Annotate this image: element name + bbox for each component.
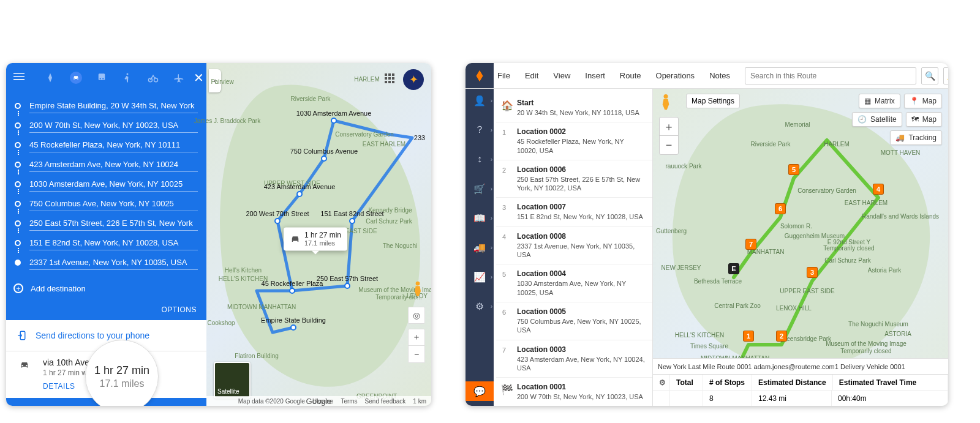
stop-row[interactable]: 7Location 0003423 Amsterdam Ave, New Yor… <box>496 340 652 378</box>
waypoint-row[interactable] <box>15 253 198 272</box>
map-poi-label: Randall's and Wards Islands <box>862 213 939 220</box>
map-poi-label: Astoria Park <box>868 267 901 274</box>
waypoint-input[interactable] <box>29 216 198 231</box>
stop-row[interactable]: 1Location 000245 Rockefeller Plaza, New … <box>496 122 652 160</box>
add-destination-link[interactable]: ＋ Add destination <box>6 272 206 301</box>
bike-icon[interactable] <box>147 72 159 84</box>
route-waypoint-dot <box>321 155 327 162</box>
zoom-in-button[interactable]: ＋ <box>408 329 425 346</box>
menu-view[interactable]: View <box>553 71 570 80</box>
hamburger-icon[interactable] <box>13 71 24 84</box>
close-icon[interactable]: ✕ <box>194 70 204 85</box>
rail-analytics-icon[interactable]: 📈 <box>466 269 494 285</box>
gear-icon[interactable]: ⚙ <box>653 375 670 390</box>
feedback-link[interactable]: Send feedback <box>365 398 406 405</box>
callout-time: 1 hr 27 min <box>304 231 341 239</box>
stop-list[interactable]: 🏠Start20 W 34th St, New York, NY 10118, … <box>494 89 653 406</box>
stop-row[interactable]: 6Location 0005750 Columbus Ave, New York… <box>496 302 652 340</box>
map-stop-marker[interactable]: 3 <box>807 267 818 278</box>
geolocate-icon[interactable]: ◎ <box>408 307 425 324</box>
gm-map[interactable]: ‹ ✦ FairviewHARLEMRiverside ParkConserva… <box>206 63 431 406</box>
route-waypoint-dot <box>296 191 303 197</box>
waypoint-row[interactable] <box>15 194 198 214</box>
plane-icon[interactable] <box>173 72 185 84</box>
waypoint-input[interactable] <box>29 138 198 152</box>
waypoint-input[interactable] <box>29 236 198 250</box>
waypoint-row[interactable] <box>15 96 198 116</box>
search-button[interactable]: 🔍 <box>921 67 938 84</box>
map-poi-label: rauuock Park <box>666 163 702 170</box>
waypoint-input[interactable] <box>29 99 198 113</box>
stop-row[interactable]: 🏠Start20 W 34th St, New York, NY 10118, … <box>496 94 652 122</box>
waypoint-row[interactable] <box>15 116 198 135</box>
map-poi-label: ASTORIA <box>884 331 911 337</box>
map-stop-marker[interactable]: 6 <box>775 203 786 214</box>
rail-add-user-icon[interactable]: 👤 <box>466 92 494 108</box>
menu-notes[interactable]: Notes <box>709 71 730 80</box>
rail-settings-user-icon[interactable]: ⚙ <box>466 298 494 314</box>
menu-file[interactable]: File <box>497 71 510 80</box>
waypoint-row[interactable] <box>15 233 198 253</box>
home-icon: 🏠 <box>501 100 513 111</box>
waypoint-row[interactable] <box>15 155 198 174</box>
route-waypoint-dot <box>331 118 337 124</box>
stop-row[interactable]: 2Location 0006250 East 57th Street, 226 … <box>496 160 652 198</box>
map-poi-label: Hell's Kitchen <box>225 267 262 274</box>
add-destination-label: Add destination <box>31 284 86 293</box>
rail-chat-icon[interactable]: 💬 <box>466 381 494 401</box>
map-stop-marker[interactable]: 7 <box>745 239 756 250</box>
rm-search-wrap: 🔍 🔔 ★ ⚡ <box>745 67 948 84</box>
map-stop-marker[interactable]: 2 <box>776 331 787 342</box>
map-poi-label: Times Square <box>690 343 728 350</box>
waypoint-input[interactable] <box>29 177 198 192</box>
route-waypoint-dot <box>289 288 295 294</box>
best-route-icon[interactable] <box>44 72 56 84</box>
rail-routes-icon[interactable]: ↕ <box>466 151 494 167</box>
zoom-out-button[interactable]: − <box>408 346 425 363</box>
pegman-icon[interactable] <box>412 281 424 298</box>
stop-number: 1 <box>502 129 506 136</box>
waypoint-row[interactable] <box>15 174 198 194</box>
car-icon[interactable] <box>70 72 82 84</box>
walk-icon[interactable] <box>121 72 134 84</box>
satellite-toggle[interactable]: Satellite <box>214 362 251 399</box>
stop-row[interactable]: 5Location 00041030 Amsterdam Ave, New Yo… <box>496 264 652 302</box>
map-poi-label: Carl Schurz Park <box>366 218 412 225</box>
waypoint-row[interactable] <box>15 214 198 233</box>
options-link[interactable]: OPTIONS <box>6 301 206 320</box>
scale-label: 1 km <box>413 398 426 405</box>
waypoint-list <box>6 92 206 272</box>
rm-logo[interactable] <box>466 63 494 88</box>
notifications-icon[interactable]: 🔔 <box>943 67 948 84</box>
rail-fleet-icon[interactable]: 🚚 <box>466 239 494 255</box>
menu-operations[interactable]: Operations <box>656 71 695 80</box>
map-stop-marker[interactable]: 1 <box>743 331 754 342</box>
waypoint-input[interactable] <box>29 255 198 270</box>
map-stop-marker[interactable]: 4 <box>873 184 884 195</box>
rail-cart-icon[interactable]: 🛒 <box>466 181 494 197</box>
map-stop-marker[interactable]: 5 <box>788 164 799 175</box>
waypoint-row[interactable] <box>15 135 198 155</box>
map-stop-marker[interactable]: E <box>728 263 739 274</box>
search-input[interactable] <box>745 67 916 84</box>
rail-addressbook-icon[interactable]: 📖 <box>466 210 494 226</box>
stop-row[interactable]: 4Location 00082337 1st Avenue, New York,… <box>496 227 652 265</box>
transit-icon[interactable] <box>96 72 108 84</box>
waypoint-input[interactable] <box>29 118 198 133</box>
menu-route[interactable]: Route <box>620 71 641 80</box>
gm-map-footer: Google Map data ©2020 Google Ukraine Ter… <box>206 396 431 406</box>
map-poi-label: MOTT HAVEN <box>881 149 921 156</box>
stop-row[interactable]: 🏁Location 0001200 W 70th St, New York, N… <box>496 378 652 406</box>
menu-insert[interactable]: Insert <box>585 71 605 80</box>
map-poi-label: Riverside Park <box>290 95 330 102</box>
map-poi-label: Flatiron Building <box>235 353 279 359</box>
terms-link[interactable]: Terms <box>341 398 357 405</box>
menu-edit[interactable]: Edit <box>525 71 538 80</box>
stop-row[interactable]: 3Location 0007151 E 82nd St, New York, N… <box>496 198 652 226</box>
car-icon <box>17 357 32 372</box>
rail-help-icon[interactable]: ？ <box>466 122 494 138</box>
map-poi-label: MIDTOWN MANHATTAN <box>227 304 296 310</box>
waypoint-input[interactable] <box>29 157 198 172</box>
waypoint-input[interactable] <box>29 197 198 211</box>
route-waypoint-dot <box>274 218 281 224</box>
